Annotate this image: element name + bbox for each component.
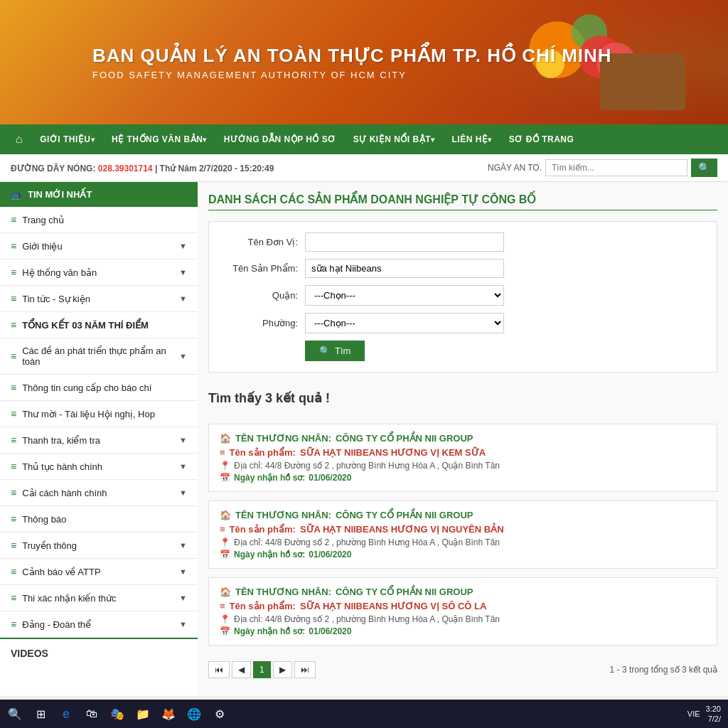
chevron-down-icon: ▼: [179, 436, 187, 444]
address-3: 📍 Địa chỉ: 44/8 Đường số 2 , phường Bình…: [220, 614, 706, 624]
sidebar-item-gioi-thieu[interactable]: ≡ Giới thiệu ▼: [0, 233, 198, 259]
page-last-button[interactable]: ⏭: [294, 661, 316, 678]
san-pham-label: Tên Sản Phẩm:: [220, 263, 298, 274]
nav-su-kien[interactable]: SỰ KIỆN NỔI BẬT: [345, 124, 444, 154]
don-vi-input[interactable]: [305, 232, 504, 252]
nav-huong-dan[interactable]: HƯỚNG DẪN NỘP HỒ SƠ: [215, 124, 345, 154]
product-name-3[interactable]: ≡ Tên sản phẩm: SỮA HẠT NIIBEANS HƯƠNG V…: [220, 601, 706, 611]
chevron-down-icon: ▼: [179, 541, 187, 550]
address-2: 📍 Địa chỉ: 44/8 Đường số 2 , phường Bình…: [220, 537, 706, 547]
product-name-2[interactable]: ≡ Tên sản phẩm: SỮA HẠT NIIBEANS HƯƠNG V…: [220, 524, 706, 535]
phuong-row: Phường: ---Chọn---: [220, 313, 706, 333]
product-lines-icon: ≡: [220, 601, 225, 611]
sidebar-item-thi-xac-nhan[interactable]: ≡ Thi xác nhận kiến thức ▼: [0, 585, 198, 611]
home-icon: 🏠: [220, 510, 231, 520]
page-controls: ⏮ ◀ 1 ▶ ⏭: [208, 661, 316, 678]
sidebar-item-he-thong-van-ban[interactable]: ≡ Hệ thống văn bản ▼: [0, 259, 198, 286]
date-1: 📅 Ngày nhận hồ sơ: 01/06/2020: [220, 473, 706, 483]
search-button[interactable]: 🔍 Tìm: [305, 341, 365, 361]
hotline-info: ĐƯỜNG DÂY NÓNG: 028.39301714 | Thứ Năm 2…: [11, 163, 274, 173]
chevron-down-icon: ▼: [179, 620, 187, 628]
nav-home[interactable]: ⌂: [7, 124, 31, 154]
home-icon: ⌂: [16, 133, 23, 146]
merchant-name-2: 🏠 TÊN THƯƠNG NHÂN: CÔNG TY CỔ PHẦN NII G…: [220, 510, 706, 520]
nav-gioi-thieu[interactable]: GIỚI THIỆU: [31, 124, 103, 154]
global-search-button[interactable]: 🔍: [691, 159, 717, 177]
menu-lines-icon: ≡: [11, 240, 16, 252]
quan-label: Quận:: [220, 290, 298, 301]
sidebar-item-thong-tin-bao[interactable]: ≡ Thông tin cung cấp cho báo chí: [0, 375, 198, 401]
sidebar-item-tin-tuc[interactable]: ≡ Tin tức - Sự kiện ▼: [0, 286, 198, 312]
menu-lines-icon: ≡: [11, 592, 16, 604]
don-vi-label: Tên Đơn Vị:: [220, 237, 298, 247]
menu-lines-icon: ≡: [11, 619, 16, 630]
page-1-button[interactable]: 1: [253, 661, 271, 678]
site-title: BAN QUẢN LÝ AN TOÀN THỰC PHẨM TP. HỒ CHÍ…: [92, 45, 612, 67]
global-search: NGÀY AN TO. 🔍: [488, 159, 717, 177]
sidebar-item-thong-bao[interactable]: ≡ Thông báo: [0, 506, 198, 532]
date-3: 📅 Ngày nhận hồ sơ: 01/06/2020: [220, 626, 706, 636]
sidebar-item-thanh-tra[interactable]: ≡ Thanh tra, kiểm tra ▼: [0, 427, 198, 454]
nav-he-thong-van-ban[interactable]: HỆ THỐNG VĂN BẢN: [103, 124, 215, 154]
don-vi-row: Tên Đơn Vị:: [220, 232, 706, 252]
page-prev-button[interactable]: ◀: [232, 661, 251, 678]
sidebar-item-canh-bao[interactable]: ≡ Cảnh báo về ATTP ▼: [0, 559, 198, 585]
page-next-button[interactable]: ▶: [273, 661, 292, 678]
sidebar-item-thu-tuc[interactable]: ≡ Thủ tục hành chính ▼: [0, 454, 198, 480]
address-1: 📍 Địa chỉ: 44/8 Đường số 2 , phường Bình…: [220, 461, 706, 471]
sidebar-item-de-an[interactable]: ≡ Các đề án phát triển thực phẩm an toàn…: [0, 338, 198, 375]
global-search-input[interactable]: [545, 159, 687, 176]
calendar-icon: 📅: [220, 473, 230, 483]
chevron-down-icon: ▼: [179, 567, 187, 576]
sidebar: 📺 TIN MỚI NHẤT ≡ Trang chủ ≡ Giới thiệu …: [0, 182, 198, 696]
product-lines-icon: ≡: [220, 524, 225, 535]
menu-lines-icon: ≡: [11, 434, 16, 446]
merchant-name-1: 🏠 TÊN THƯƠNG NHÂN: CÔNG TY CỔ PHẦN NII G…: [220, 433, 706, 444]
pagination-info: 1 - 3 trong tổng số 3 kết quả: [610, 665, 717, 675]
sidebar-item-trang-chu[interactable]: ≡ Trang chủ: [0, 207, 198, 233]
sidebar-item-cai-cach[interactable]: ≡ Cải cách hành chính ▼: [0, 480, 198, 506]
quan-select[interactable]: ---Chọn---: [305, 285, 504, 306]
san-pham-input[interactable]: [305, 259, 504, 278]
menu-lines-icon: ≡: [11, 350, 16, 362]
location-icon: 📍: [220, 537, 230, 547]
menu-lines-icon: ≡: [11, 293, 16, 304]
menu-lines-icon: ≡: [11, 540, 16, 551]
menu-lines-icon: ≡: [11, 267, 16, 278]
chevron-down-icon: ▼: [179, 268, 187, 277]
tv-icon: 📺: [11, 189, 22, 200]
sidebar-item-truyen-thong[interactable]: ≡ Truyền thông ▼: [0, 532, 198, 559]
chevron-down-icon: ▼: [179, 352, 187, 360]
san-pham-row: Tên Sản Phẩm:: [220, 259, 706, 278]
product-lines-icon: ≡: [220, 447, 225, 458]
home-icon: 🏠: [220, 433, 231, 444]
sidebar-item-tong-ket[interactable]: ≡ TỔNG KẾT 03 NĂM THÍ ĐIỂM: [0, 312, 198, 338]
calendar-icon: 📅: [220, 626, 230, 636]
page-title: DANH SÁCH CÁC SẢN PHẨM DOANH NGHIỆP TỰ C…: [208, 193, 717, 210]
menu-lines-icon: ≡: [11, 319, 16, 331]
main-content: DANH SÁCH CÁC SẢN PHẨM DOANH NGHIỆP TỰ C…: [198, 182, 728, 696]
phuong-select[interactable]: ---Chọn---: [305, 313, 504, 333]
menu-lines-icon: ≡: [11, 382, 16, 393]
hotline-text: ĐƯỜNG DÂY NÓNG: 028.39301714 | Thứ Năm 2…: [11, 164, 274, 173]
site-subtitle: FOOD SAFETY MANAGEMENT AUTHORITY OF HCM …: [92, 70, 612, 80]
menu-lines-icon: ≡: [11, 214, 16, 225]
search-label: NGÀY AN TO.: [488, 163, 542, 173]
pagination: ⏮ ◀ 1 ▶ ⏭ 1 - 3 trong tổng số 3 kết quả: [208, 654, 717, 685]
results-header: Tìm thấy 3 kết quả !: [208, 383, 717, 413]
home-icon: 🏠: [220, 587, 231, 597]
chevron-down-icon: ▼: [179, 242, 187, 250]
sidebar-item-dang-doan[interactable]: ≡ Đảng - Đoàn thể ▼: [0, 611, 198, 638]
menu-lines-icon: ≡: [11, 408, 16, 419]
sidebar-item-thu-moi[interactable]: ≡ Thư mời - Tài liệu Hội nghị, Hop: [0, 401, 198, 427]
calendar-icon: 📅: [220, 550, 230, 560]
quan-row: Quận: ---Chọn---: [220, 285, 706, 306]
location-icon: 📍: [220, 461, 230, 471]
product-name-1[interactable]: ≡ Tên sản phẩm: SỮA HẠT NIIBEANS HƯƠNG V…: [220, 447, 706, 458]
top-nav: ⌂ GIỚI THIỆU HỆ THỐNG VĂN BẢN HƯỚNG DẪN …: [0, 124, 728, 154]
news-button[interactable]: 📺 TIN MỚI NHẤT: [0, 182, 198, 207]
nav-lien-he[interactable]: LIÊN HỆ: [444, 124, 500, 154]
date-2: 📅 Ngày nhận hồ sơ: 01/06/2020: [220, 550, 706, 560]
nav-so-do[interactable]: SƠ ĐỒ TRANG: [500, 124, 583, 154]
page-first-button[interactable]: ⏮: [208, 661, 230, 678]
